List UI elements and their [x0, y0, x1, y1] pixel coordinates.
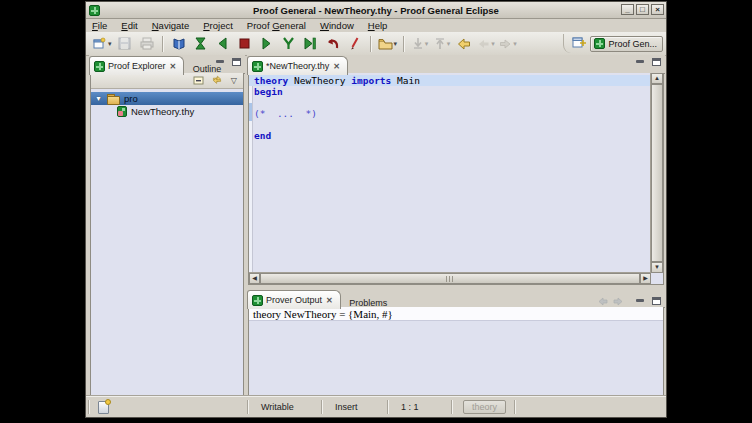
tab-label: Proof Explorer — [108, 61, 166, 71]
tab-label: *NewTheory.thy — [266, 61, 329, 71]
view-menu-icon[interactable]: ▽ — [231, 76, 237, 85]
menu-bar: FileEditNavigateProjectProof GeneralWind… — [86, 18, 666, 32]
minimize-view-icon[interactable] — [634, 297, 646, 306]
code-line[interactable]: (* ... *) — [254, 108, 648, 119]
close-icon[interactable]: ✕ — [326, 296, 333, 305]
back-icon[interactable]: ▾ — [476, 34, 496, 54]
minimize-view-icon[interactable] — [214, 58, 226, 67]
view-toolbar: ▽ — [91, 73, 243, 89]
open-perspective-icon[interactable] — [572, 35, 586, 53]
maximize-view-icon[interactable] — [650, 297, 662, 306]
tab-proof-explorer[interactable]: Proof Explorer ✕ — [89, 56, 184, 75]
menu-navigate[interactable]: Navigate — [152, 20, 190, 31]
proof-explorer-icon — [94, 61, 105, 72]
main-window: Proof General - NewTheory.thy - Proof Ge… — [85, 1, 667, 418]
cursor-position-status: 1 : 1 — [389, 402, 451, 412]
scrollbar-thumb[interactable] — [651, 84, 663, 262]
prover-output-content[interactable]: theory NewTheory = {Main, #} — [248, 307, 664, 396]
folder-icon — [107, 94, 120, 104]
code-line[interactable] — [254, 97, 648, 108]
editor-content[interactable]: theory NewTheory imports Mainbegin (* ..… — [248, 73, 664, 285]
scroll-left-icon[interactable]: ◀ — [249, 273, 260, 284]
theory-file-icon — [117, 106, 127, 117]
menu-edit[interactable]: Edit — [121, 20, 137, 31]
print-icon[interactable] — [137, 34, 157, 54]
proof-general-perspective-icon — [594, 38, 605, 49]
open-folder-icon[interactable]: ▾ — [377, 34, 399, 54]
writable-status: Writable — [249, 402, 321, 412]
tree-item-project[interactable]: ▼ pro — [91, 92, 243, 105]
undo-step-icon[interactable] — [213, 34, 233, 54]
annotation-ruler — [249, 73, 253, 273]
menu-window[interactable]: Window — [320, 20, 354, 31]
tree-item-label: pro — [124, 93, 138, 104]
theory-editor-icon — [252, 61, 263, 72]
status-bar: Writable Insert 1 : 1 theory — [86, 396, 666, 417]
tab-label: Problems — [349, 298, 387, 308]
menu-file[interactable]: File — [92, 20, 107, 31]
process-to-end-icon[interactable] — [301, 34, 321, 54]
tab-label: Prover Output — [266, 295, 322, 305]
vertical-scrollbar[interactable]: ▲ ▼ — [650, 73, 663, 273]
main-toolbar: ▾ — [86, 32, 666, 56]
maximize-view-icon[interactable] — [650, 58, 662, 67]
code-line[interactable]: end — [254, 130, 648, 141]
tab-prover-output[interactable]: Prover Output ✕ — [247, 290, 341, 309]
menu-help[interactable]: Help — [368, 20, 388, 31]
into-icon[interactable]: ▾ — [432, 34, 452, 54]
proof-general-perspective-button[interactable]: Proof Gen... — [590, 36, 663, 52]
scroll-up-icon[interactable]: ▲ — [651, 73, 663, 84]
window-title: Proof General - NewTheory.thy - Proof Ge… — [86, 5, 666, 16]
prover-output-icon — [252, 295, 263, 306]
retract-icon[interactable] — [323, 34, 343, 54]
perspective-label: Proof Gen... — [608, 39, 657, 49]
close-icon[interactable]: ✕ — [170, 62, 177, 71]
goto-icon[interactable] — [279, 34, 299, 54]
title-bar[interactable]: Proof General - NewTheory.thy - Proof Ge… — [86, 2, 666, 19]
code-line[interactable] — [254, 119, 648, 130]
horizontal-scrollbar[interactable]: ◀ ▶ — [249, 272, 651, 284]
code-line[interactable]: theory NewTheory imports Main — [254, 75, 648, 86]
close-button[interactable]: × — [651, 4, 664, 15]
open-definition-icon[interactable] — [169, 34, 189, 54]
tree-item-theory-file[interactable]: NewTheory.thy — [91, 105, 243, 118]
scroll-right-icon[interactable]: ▶ — [640, 273, 651, 284]
code-line[interactable]: begin — [254, 86, 648, 97]
prover-state-button[interactable]: theory — [463, 400, 506, 414]
menu-project[interactable]: Project — [203, 20, 233, 31]
minimize-view-icon[interactable] — [634, 58, 646, 67]
perspective-bar: Proof Gen... — [563, 34, 663, 53]
project-tree: ▼ pro NewTheory.thy — [91, 89, 243, 118]
activate-scripting-icon[interactable] — [191, 34, 211, 54]
menu-proof-general[interactable]: Proof General — [247, 20, 306, 31]
insert-mode-status: Insert — [323, 402, 387, 412]
save-icon[interactable] — [115, 34, 135, 54]
scrollbar-thumb[interactable] — [260, 273, 640, 284]
close-icon[interactable]: ✕ — [333, 62, 340, 71]
collapse-all-icon[interactable] — [193, 72, 205, 90]
minimize-button[interactable]: _ — [621, 4, 634, 15]
tab-editor[interactable]: *NewTheory.thy ✕ — [247, 56, 348, 75]
expand-arrow-icon[interactable]: ▼ — [95, 95, 103, 102]
pen-icon[interactable] — [345, 34, 365, 54]
last-edit-icon[interactable]: ▾ — [410, 34, 430, 54]
back-to-edit-icon[interactable] — [454, 34, 474, 54]
fast-view-icon[interactable] — [98, 401, 109, 414]
editor-view: *NewTheory.thy ✕ theory NewTheory import… — [247, 55, 665, 286]
next-step-icon[interactable] — [257, 34, 277, 54]
interrupt-icon[interactable] — [235, 34, 255, 54]
link-with-editor-icon[interactable] — [211, 72, 224, 90]
tree-item-label: NewTheory.thy — [131, 106, 194, 117]
maximize-button[interactable]: □ — [636, 4, 649, 15]
proof-explorer-view: Proof Explorer ✕ Outline ▽ — [89, 55, 245, 397]
scroll-down-icon[interactable]: ▼ — [651, 262, 663, 273]
forward-icon[interactable]: ▾ — [498, 34, 518, 54]
prover-output-view: Prover Output ✕ Problems th — [247, 289, 665, 397]
code-text[interactable]: theory NewTheory imports Mainbegin (* ..… — [254, 75, 648, 141]
maximize-view-icon[interactable] — [230, 58, 242, 67]
prover-output-text: theory NewTheory = {Main, #} — [249, 307, 663, 321]
new-wizard-icon[interactable]: ▾ — [92, 34, 113, 54]
